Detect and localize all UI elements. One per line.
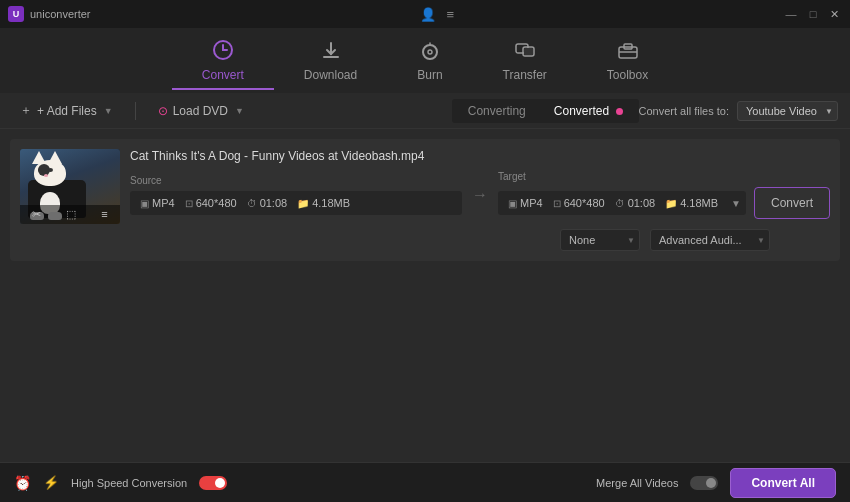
- target-box: Target ▣ MP4 ⊡ 640*480: [498, 171, 830, 219]
- source-info: ▣ MP4 ⊡ 640*480 ⏱ 01:08 📁: [130, 191, 462, 215]
- toolbar: ＋ + Add Files ▼ ⊙ Load DVD ▼ Converting …: [0, 93, 850, 129]
- nav-label-convert: Convert: [202, 68, 244, 82]
- target-format-icon: ▣: [508, 198, 517, 209]
- duration-icon: ⏱: [247, 198, 257, 209]
- source-format: ▣ MP4: [140, 197, 175, 209]
- format-icon: ▣: [140, 198, 149, 209]
- convert-all-files-label: Convert all files to:: [639, 105, 729, 117]
- subtitle-select[interactable]: None: [560, 229, 640, 251]
- target-duration: ⏱ 01:08: [615, 197, 656, 209]
- size-icon: 📁: [297, 198, 309, 209]
- minimize-button[interactable]: —: [784, 7, 798, 21]
- effects-icon[interactable]: ≡: [101, 208, 107, 221]
- source-label: Source: [130, 175, 462, 186]
- converted-badge: [616, 108, 623, 115]
- load-dvd-dropdown-icon: ▼: [235, 106, 244, 116]
- nav-label-toolbox: Toolbox: [607, 68, 648, 82]
- maximize-button[interactable]: □: [806, 7, 820, 21]
- nav-item-transfer[interactable]: Transfer: [473, 31, 577, 90]
- title-bar-left: U uniconverter: [8, 6, 91, 22]
- load-dvd-label: Load DVD: [173, 104, 228, 118]
- dvd-icon: ⊙: [158, 104, 168, 118]
- tab-group: Converting Converted: [452, 99, 639, 123]
- nav-label-download: Download: [304, 68, 357, 82]
- subtitle-select-wrap: None: [560, 229, 640, 251]
- nav-item-convert[interactable]: Convert: [172, 31, 274, 90]
- source-target: Source ▣ MP4 ⊡ 640*480 ⏱ 01:08: [130, 171, 830, 219]
- file-item: ✂ ⬚ ≡ Cat Thinks It's A Dog - Funny Vide…: [10, 139, 840, 261]
- target-resolution-value: 640*480: [564, 197, 605, 209]
- target-res-icon: ⊡: [553, 198, 561, 209]
- format-select[interactable]: Youtube Video MP4 AVI MOV: [737, 101, 838, 121]
- add-files-dropdown-icon: ▼: [104, 106, 113, 116]
- file-info: Cat Thinks It's A Dog - Funny Videos at …: [130, 149, 830, 251]
- options-row: None Advanced Audi...: [130, 229, 830, 251]
- bottom-left: ⏰ ⚡ High Speed Conversion: [14, 475, 596, 491]
- timer-icon[interactable]: ⏰: [14, 475, 31, 491]
- app-title: uniconverter: [30, 8, 91, 20]
- title-bar-controls: — □ ✕: [784, 7, 842, 21]
- toolbar-right: Convert all files to: Youtube Video MP4 …: [639, 101, 838, 121]
- main-content: ✂ ⬚ ≡ Cat Thinks It's A Dog - Funny Vide…: [0, 129, 850, 462]
- source-to-target-arrow: →: [472, 186, 488, 204]
- add-icon: ＋: [20, 102, 32, 119]
- merge-toggle[interactable]: [690, 476, 718, 490]
- crop-icon[interactable]: ⬚: [66, 208, 76, 221]
- target-size-value: 4.18MB: [680, 197, 718, 209]
- speed-label: High Speed Conversion: [71, 477, 187, 489]
- app-logo: U: [8, 6, 24, 22]
- svg-point-2: [423, 45, 437, 59]
- svg-point-3: [428, 50, 432, 54]
- audio-select[interactable]: Advanced Audi...: [650, 229, 770, 251]
- toolbox-icon: [617, 39, 639, 64]
- user-icon[interactable]: 👤: [420, 7, 436, 22]
- source-box: Source ▣ MP4 ⊡ 640*480 ⏱ 01:08: [130, 175, 462, 215]
- tab-converted[interactable]: Converted: [540, 101, 637, 121]
- cut-icon[interactable]: ✂: [32, 208, 41, 221]
- convert-button[interactable]: Convert: [754, 187, 830, 219]
- title-bar: U uniconverter 👤 ≡ — □ ✕: [0, 0, 850, 28]
- target-size-icon: 📁: [665, 198, 677, 209]
- source-size: 📁 4.18MB: [297, 197, 350, 209]
- source-format-value: MP4: [152, 197, 175, 209]
- add-files-button[interactable]: ＋ + Add Files ▼: [12, 98, 121, 123]
- download-icon: [320, 39, 342, 64]
- target-info-wrap: ▣ MP4 ⊡ 640*480 ⏱ 01:08: [498, 191, 746, 215]
- nav-item-toolbox[interactable]: Toolbox: [577, 31, 678, 90]
- convert-all-button[interactable]: Convert All: [730, 468, 836, 498]
- close-button[interactable]: ✕: [828, 7, 842, 21]
- audio-select-wrap: Advanced Audi...: [650, 229, 770, 251]
- tab-converted-label: Converted: [554, 104, 609, 118]
- source-size-value: 4.18MB: [312, 197, 350, 209]
- load-dvd-button[interactable]: ⊙ Load DVD ▼: [150, 100, 252, 122]
- target-label: Target: [498, 171, 830, 182]
- transfer-icon: [514, 39, 536, 64]
- target-duration-value: 01:08: [628, 197, 656, 209]
- format-select-wrap: Youtube Video MP4 AVI MOV: [737, 101, 838, 121]
- nav-item-burn[interactable]: Burn: [387, 31, 472, 90]
- target-format-value: MP4: [520, 197, 543, 209]
- nav-bar: Convert Download Burn: [0, 28, 850, 93]
- add-files-label: + Add Files: [37, 104, 97, 118]
- svg-rect-7: [524, 48, 533, 55]
- thumbnail-controls: ✂ ⬚ ≡: [20, 205, 120, 224]
- title-bar-icons: 👤 ≡: [420, 7, 454, 22]
- source-duration: ⏱ 01:08: [247, 197, 288, 209]
- nav-item-download[interactable]: Download: [274, 31, 387, 90]
- target-dur-icon: ⏱: [615, 198, 625, 209]
- toolbar-divider: [135, 102, 136, 120]
- toolbar-left: ＋ + Add Files ▼ ⊙ Load DVD ▼ Converting …: [12, 98, 639, 123]
- source-resolution: ⊡ 640*480: [185, 197, 237, 209]
- tab-converting-label: Converting: [468, 104, 526, 118]
- file-name: Cat Thinks It's A Dog - Funny Videos at …: [130, 149, 830, 163]
- target-resolution: ⊡ 640*480: [553, 197, 605, 209]
- target-dropdown-button[interactable]: ▼: [731, 198, 741, 209]
- source-duration-value: 01:08: [260, 197, 288, 209]
- convert-icon: [212, 39, 234, 64]
- speed-toggle[interactable]: [199, 476, 227, 490]
- resolution-icon: ⊡: [185, 198, 193, 209]
- menu-icon[interactable]: ≡: [446, 7, 454, 22]
- merge-label: Merge All Videos: [596, 477, 678, 489]
- tab-converting[interactable]: Converting: [454, 101, 540, 121]
- target-box-inner: ▣ MP4 ⊡ 640*480 ⏱ 01:08: [498, 187, 830, 219]
